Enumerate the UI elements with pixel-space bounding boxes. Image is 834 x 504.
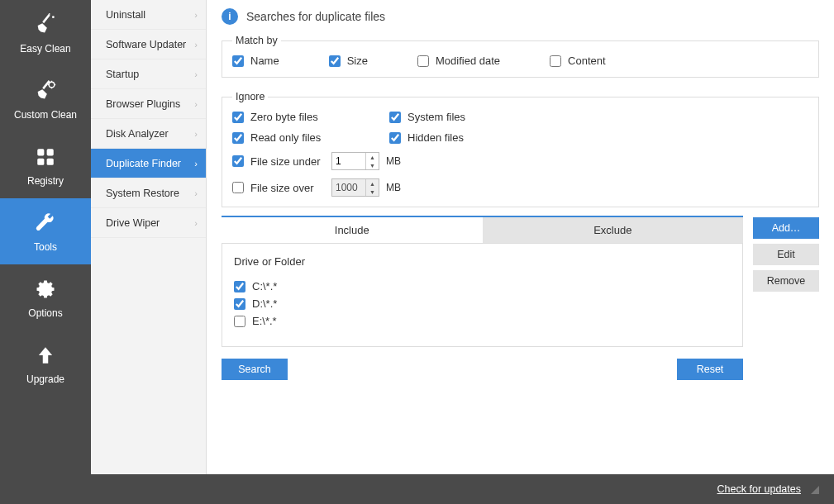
- ignore-zero-byte-checkbox[interactable]: [232, 112, 244, 123]
- sub-browser-plugins[interactable]: Browser Plugins ›: [91, 89, 206, 119]
- ignore-hidden-files[interactable]: Hidden files: [389, 131, 571, 144]
- grid-icon: [32, 144, 59, 170]
- folder-actions: Add… Edit Remove: [753, 216, 819, 347]
- gear-broom-icon: [32, 78, 59, 104]
- svg-rect-4: [47, 149, 54, 155]
- check-updates-link[interactable]: Check for updates: [717, 483, 801, 495]
- nav-easy-clean[interactable]: Easy Clean: [0, 0, 91, 66]
- size-under-input[interactable]: [332, 153, 365, 169]
- match-size-checkbox[interactable]: [329, 55, 341, 67]
- tab-exclude[interactable]: Exclude: [483, 217, 744, 243]
- ignore-system-files[interactable]: System files: [389, 111, 571, 123]
- folder-item[interactable]: E:\*.*: [234, 312, 731, 330]
- gear-icon: [32, 276, 59, 302]
- match-name-checkbox[interactable]: [232, 55, 244, 67]
- reset-button[interactable]: Reset: [677, 359, 743, 380]
- folder-checkbox[interactable]: [234, 298, 245, 310]
- ignore-size-over-checkbox[interactable]: [232, 182, 244, 193]
- sub-disk-analyzer[interactable]: Disk Analyzer ›: [91, 119, 206, 149]
- sub-uninstall[interactable]: Uninstall ›: [91, 0, 206, 30]
- sub-system-restore[interactable]: System Restore ›: [91, 178, 206, 208]
- match-modified-option[interactable]: Modified date: [417, 55, 500, 67]
- ignore-hidden-files-checkbox[interactable]: [389, 132, 401, 144]
- size-over-spinbox[interactable]: ▲ ▼: [331, 178, 379, 197]
- ignore-system-files-checkbox[interactable]: [389, 112, 401, 123]
- svg-point-1: [49, 13, 50, 15]
- svg-rect-5: [37, 159, 44, 165]
- tab-include[interactable]: Include: [222, 217, 483, 243]
- spin-down-icon[interactable]: ▼: [366, 161, 379, 169]
- folder-item[interactable]: D:\*.*: [234, 295, 731, 312]
- nav-registry[interactable]: Registry: [0, 132, 91, 198]
- sub-drive-wiper[interactable]: Drive Wiper ›: [91, 208, 206, 238]
- svg-point-2: [49, 82, 55, 88]
- size-over-input[interactable]: [332, 179, 365, 196]
- nav-custom-clean[interactable]: Custom Clean: [0, 66, 91, 132]
- chevron-right-icon: ›: [194, 218, 198, 228]
- tab-body-include: Drive or Folder C:\*.* D:\*.* E:\*.*: [222, 244, 743, 347]
- nav-tools[interactable]: Tools: [0, 198, 91, 264]
- match-size-option[interactable]: Size: [329, 55, 368, 67]
- include-exclude-tabs: Include Exclude: [222, 217, 743, 244]
- chevron-right-icon: ›: [194, 188, 198, 198]
- ignore-size-under-row: File size under ▲ ▼ MB: [232, 152, 571, 170]
- svg-rect-6: [47, 159, 54, 165]
- info-icon: i: [222, 8, 238, 25]
- chevron-right-icon: ›: [194, 159, 198, 169]
- chevron-right-icon: ›: [194, 129, 198, 139]
- drive-folder-label: Drive or Folder: [234, 255, 731, 268]
- nav-label: Easy Clean: [20, 43, 70, 55]
- nav-label: Options: [28, 307, 62, 319]
- wrench-icon: [32, 210, 59, 236]
- ignore-group: Ignore Zero byte files System files Read…: [222, 91, 819, 207]
- ignore-legend: Ignore: [232, 91, 268, 102]
- sub-duplicate-finder[interactable]: Duplicate Finder ›: [91, 149, 206, 178]
- ignore-read-only[interactable]: Read only files: [232, 131, 381, 144]
- svg-point-0: [52, 16, 55, 18]
- nav-label: Tools: [34, 241, 57, 253]
- ignore-size-over-row: File size over ▲ ▼ MB: [232, 178, 571, 197]
- chevron-right-icon: ›: [194, 69, 198, 79]
- arrow-up-icon: [32, 342, 59, 368]
- svg-rect-3: [37, 149, 44, 155]
- match-by-group: Match by Name Size Modified date Content: [222, 35, 819, 78]
- sub-startup[interactable]: Startup ›: [91, 59, 206, 89]
- nav-label: Upgrade: [26, 373, 64, 385]
- main-sidebar: Easy Clean Custom Clean Registry Tools O…: [0, 0, 91, 474]
- nav-label: Custom Clean: [14, 109, 77, 121]
- remove-button[interactable]: Remove: [753, 270, 819, 292]
- chevron-right-icon: ›: [194, 99, 198, 109]
- add-button[interactable]: Add…: [753, 217, 819, 239]
- broom-sparkle-icon: [32, 12, 59, 38]
- sub-software-updater[interactable]: Software Updater ›: [91, 30, 206, 59]
- page-title: Searches for duplicate files: [246, 10, 385, 23]
- spin-up-icon[interactable]: ▲: [366, 179, 379, 188]
- folder-checkbox[interactable]: [234, 316, 245, 327]
- nav-upgrade[interactable]: Upgrade: [0, 330, 91, 397]
- chevron-right-icon: ›: [194, 10, 198, 20]
- nav-label: Registry: [27, 175, 64, 187]
- match-content-checkbox[interactable]: [550, 55, 561, 67]
- ignore-read-only-checkbox[interactable]: [232, 132, 244, 144]
- tools-submenu: Uninstall › Software Updater › Startup ›…: [91, 0, 207, 474]
- ignore-zero-byte[interactable]: Zero byte files: [232, 111, 381, 123]
- match-by-legend: Match by: [232, 35, 281, 46]
- main-content: i Searches for duplicate files Match by …: [207, 0, 834, 474]
- folder-item[interactable]: C:\*.*: [234, 278, 731, 295]
- nav-options[interactable]: Options: [0, 264, 91, 330]
- match-name-option[interactable]: Name: [232, 55, 279, 67]
- chevron-right-icon: ›: [194, 40, 198, 50]
- match-content-option[interactable]: Content: [550, 55, 606, 67]
- statusbar: Check for updates: [0, 474, 834, 504]
- spin-down-icon[interactable]: ▼: [366, 188, 379, 196]
- folder-checkbox[interactable]: [234, 281, 245, 292]
- spin-up-icon[interactable]: ▲: [366, 153, 379, 161]
- search-button[interactable]: Search: [222, 359, 288, 380]
- edit-button[interactable]: Edit: [753, 244, 819, 265]
- ignore-size-under-checkbox[interactable]: [232, 155, 244, 167]
- match-modified-checkbox[interactable]: [417, 55, 429, 67]
- resize-grip-icon[interactable]: [809, 484, 819, 494]
- size-under-spinbox[interactable]: ▲ ▼: [331, 152, 379, 170]
